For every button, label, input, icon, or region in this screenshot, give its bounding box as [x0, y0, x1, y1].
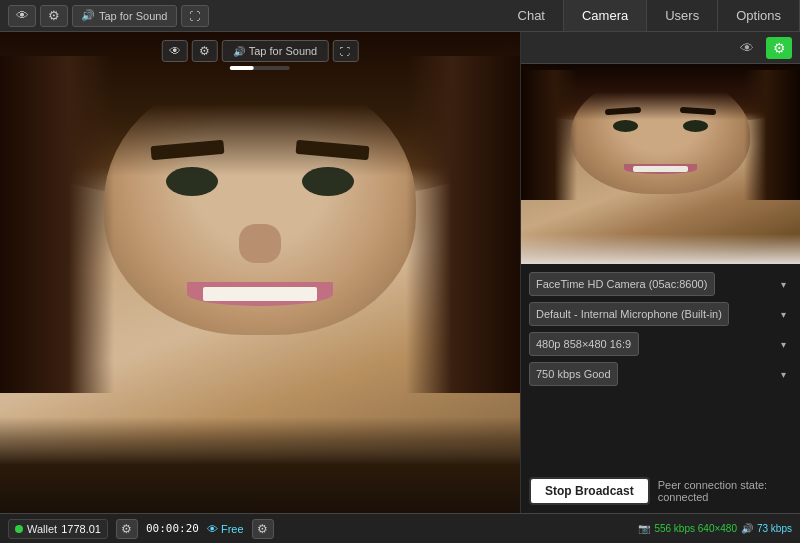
bottom-stats: 📷 556 kbps 640×480 🔊 73 kbps: [638, 523, 792, 534]
microphone-select-wrapper: Default - Internal Microphone (Built-in): [529, 302, 792, 326]
right-panel: 👁 ⚙: [520, 32, 800, 513]
free-badge: 👁 Free: [207, 523, 244, 535]
wallet-badge: Wallet 1778.01: [8, 519, 108, 539]
overlay-gear-btn[interactable]: ⚙: [192, 40, 218, 62]
tap-sound-label: Tap for Sound: [99, 10, 168, 22]
camera-device-select[interactable]: FaceTime HD Camera (05ac:8600): [529, 272, 715, 296]
bottom-bar: Wallet 1778.01 ⚙ 00:00:20 👁 Free ⚙ 📷 556…: [0, 513, 800, 543]
left-video-panel: 👁 ⚙ 🔊 Tap for Sound ⛶: [0, 32, 520, 513]
resolution-select-wrapper: 480p 858×480 16:9: [529, 332, 792, 356]
broadcast-timer: 00:00:20: [146, 522, 199, 535]
tab-chat[interactable]: Chat: [500, 0, 564, 31]
progress-bar-fill: [230, 66, 254, 70]
top-navigation: 👁 ⚙ 🔊 Tap for Sound ⛶ Chat Camera Users …: [0, 0, 800, 32]
bitrate-select[interactable]: 750 kbps Good: [529, 362, 618, 386]
main-video-feed: 👁 ⚙ 🔊 Tap for Sound ⛶: [0, 32, 520, 513]
main-video-display: [0, 32, 520, 513]
wallet-value: 1778.01: [61, 523, 101, 535]
overlay-sound-icon: 🔊: [233, 46, 245, 57]
eye-small-icon: 👁: [207, 523, 218, 535]
wallet-label: Wallet: [27, 523, 57, 535]
expand-btn[interactable]: ⛶: [181, 5, 209, 27]
microphone-device-row: Default - Internal Microphone (Built-in): [529, 302, 792, 326]
right-eye-icon: 👁: [740, 40, 754, 56]
video-stats: 556 kbps 640×480: [654, 523, 737, 534]
tap-sound-button[interactable]: 🔊 Tap for Sound: [72, 5, 177, 27]
expand-icon: ⛶: [189, 10, 200, 22]
overlay-gear-icon: ⚙: [199, 44, 210, 58]
free-label: Free: [221, 523, 244, 535]
bottom-gear-icon: ⚙: [257, 522, 268, 536]
audio-icon-small: 🔊: [741, 523, 753, 534]
stop-broadcast-area: Stop Broadcast Peer connection state: co…: [521, 469, 800, 513]
video-progress-bar: [230, 66, 290, 70]
audio-stats: 73 kbps: [757, 523, 792, 534]
eye-icon: 👁: [16, 8, 29, 23]
bottom-settings-icon: ⚙: [121, 522, 132, 536]
preview-video-feed: [521, 64, 800, 264]
overlay-sound-btn[interactable]: 🔊 Tap for Sound: [222, 40, 329, 62]
right-eye-btn[interactable]: 👁: [734, 37, 760, 59]
peer-connection-status: Peer connection state: connected: [658, 479, 792, 503]
resolution-select[interactable]: 480p 858×480 16:9: [529, 332, 639, 356]
resolution-row: 480p 858×480 16:9: [529, 332, 792, 356]
camera-icon-small: 📷: [638, 523, 650, 534]
gear-icon: ⚙: [48, 8, 60, 23]
settings-btn[interactable]: ⚙: [40, 5, 68, 27]
tab-options[interactable]: Options: [718, 0, 800, 31]
camera-device-row: FaceTime HD Camera (05ac:8600): [529, 272, 792, 296]
right-top-bar: 👁 ⚙: [521, 32, 800, 64]
overlay-expand-icon: ⛶: [340, 46, 350, 57]
sound-icon: 🔊: [81, 9, 95, 22]
overlay-eye-icon: 👁: [169, 44, 181, 58]
control-row: 👁 ⚙ 🔊 Tap for Sound ⛶: [162, 40, 359, 62]
main-area: 👁 ⚙ 🔊 Tap for Sound ⛶: [0, 32, 800, 513]
tab-camera[interactable]: Camera: [564, 0, 647, 31]
microphone-device-select[interactable]: Default - Internal Microphone (Built-in): [529, 302, 729, 326]
overlay-eye-btn[interactable]: 👁: [162, 40, 188, 62]
wallet-status-dot: [15, 525, 23, 533]
bottom-gear-btn[interactable]: ⚙: [252, 519, 274, 539]
bottom-settings-btn[interactable]: ⚙: [116, 519, 138, 539]
bitrate-select-wrapper: 750 kbps Good: [529, 362, 792, 386]
camera-controls: FaceTime HD Camera (05ac:8600) Default -…: [521, 264, 800, 469]
overlay-sound-label: Tap for Sound: [249, 45, 318, 57]
nav-left-controls: 👁 ⚙ 🔊 Tap for Sound ⛶: [0, 5, 500, 27]
overlay-expand-btn[interactable]: ⛶: [332, 40, 358, 62]
video-overlay-controls: 👁 ⚙ 🔊 Tap for Sound ⛶: [162, 40, 359, 70]
tab-users[interactable]: Users: [647, 0, 718, 31]
stop-broadcast-button[interactable]: Stop Broadcast: [529, 477, 650, 505]
camera-select-wrapper: FaceTime HD Camera (05ac:8600): [529, 272, 792, 296]
right-gear-btn[interactable]: ⚙: [766, 37, 792, 59]
bitrate-row: 750 kbps Good: [529, 362, 792, 386]
right-gear-icon: ⚙: [773, 40, 786, 56]
preview-video-display: [521, 64, 800, 264]
nav-tabs: Chat Camera Users Options: [500, 0, 800, 31]
eye-toggle-btn[interactable]: 👁: [8, 5, 36, 27]
